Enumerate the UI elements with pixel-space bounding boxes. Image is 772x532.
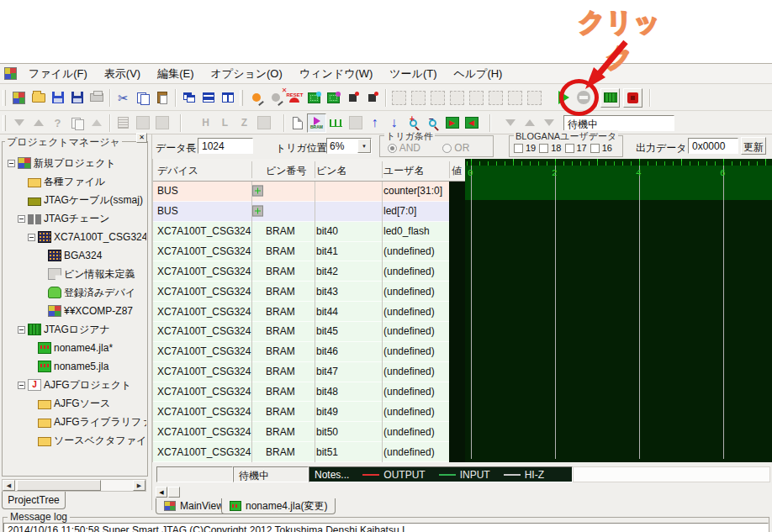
tile-vertical-button[interactable]	[218, 88, 237, 108]
save-all-button[interactable]	[67, 88, 87, 108]
cut-button[interactable]: ✂	[114, 88, 133, 108]
message-log-view[interactable]: 2014/10/16 11:50:58 Super Smart JTAG (C)…	[3, 523, 769, 532]
chip-state-button-6[interactable]	[486, 88, 505, 108]
connect-button[interactable]	[246, 88, 266, 108]
chip-state-button-2[interactable]	[409, 88, 428, 108]
menu-item[interactable]: 編集(E)	[149, 64, 202, 83]
tree-item[interactable]: 登録済みデバイ	[4, 283, 146, 302]
toolbar-status-field[interactable]: 待機中	[563, 115, 674, 131]
print-button[interactable]	[87, 88, 106, 108]
set-high-button[interactable]: H	[196, 113, 215, 133]
tree-expand-icon[interactable]	[18, 326, 25, 334]
verify-button[interactable]: ?	[48, 113, 67, 133]
tree-hscrollbar[interactable]: ◀ ▶	[2, 479, 146, 492]
tree-item[interactable]: AJFGソース	[4, 394, 146, 413]
chip-state-button-7[interactable]	[505, 88, 525, 108]
tree-item[interactable]: 新規プロジェクト	[4, 154, 146, 172]
bram-view-button[interactable]: BRAM	[307, 113, 326, 133]
user-bit-checkbox[interactable]: 19	[514, 143, 536, 153]
expand-bus-icon[interactable]	[252, 186, 263, 197]
menu-item[interactable]: ファイル(F)	[20, 64, 96, 83]
checkbox-icon[interactable]	[565, 144, 574, 153]
output-data-input[interactable]: 0x0000	[688, 138, 738, 154]
palette-button[interactable]	[9, 88, 29, 108]
scroll-right-icon[interactable]: ▶	[133, 480, 145, 491]
tree-item[interactable]: noname4.jla*	[4, 339, 146, 357]
close-panel-button[interactable]: ✕	[136, 133, 147, 143]
add-probe-button[interactable]	[343, 88, 362, 108]
update-button[interactable]: 更新	[741, 137, 766, 155]
set-hiz-button[interactable]: Z	[235, 113, 254, 133]
checkbox-icon[interactable]	[590, 144, 600, 153]
table-row[interactable]: XC7A100T_CSG324 BRAM bit40 led0_flash	[153, 222, 449, 242]
scan-chain-button[interactable]	[304, 88, 324, 108]
signal-in-button[interactable]: ▶	[442, 113, 462, 133]
pattern-button[interactable]	[326, 113, 346, 133]
chip-state-button-8[interactable]	[525, 88, 544, 108]
chip-state-button-4[interactable]	[447, 88, 467, 108]
signal-out-button[interactable]: ◀	[462, 113, 481, 133]
tree-item[interactable]: JTAGチェーン	[4, 209, 146, 228]
tree-item[interactable]: BGA324	[4, 246, 146, 265]
blank-button-2[interactable]	[254, 113, 273, 133]
table-row[interactable]: XC7A100T_CSG324 BRAM bit43 (undefined)	[153, 282, 449, 302]
data-length-input[interactable]: 1024	[198, 138, 253, 154]
add-probe-list-button[interactable]	[362, 88, 382, 108]
tree-item[interactable]: AJFGプロジェクト	[4, 376, 146, 394]
menu-item[interactable]: ツール(T)	[381, 64, 445, 83]
paste-button[interactable]	[152, 88, 172, 108]
download-button[interactable]	[9, 113, 29, 133]
table-row[interactable]: XC7A100T_CSG324 BRAM bit48 (undefined)	[153, 382, 449, 403]
tree-expand-icon[interactable]	[18, 382, 25, 389]
user-bit-checkbox[interactable]: 17	[565, 143, 587, 153]
tree-item[interactable]: JTAGロジアナ	[4, 320, 146, 339]
copy-button[interactable]	[133, 88, 152, 108]
chevron-down-icon[interactable]: ▼	[357, 139, 371, 153]
table-row[interactable]: XC7A100T_CSG324 BRAM bit42 (undefined)	[153, 261, 449, 282]
tree-item[interactable]: XC7A100T_CSG324	[4, 228, 146, 246]
alarm-button[interactable]	[87, 113, 106, 133]
tree-expand-icon[interactable]	[28, 234, 35, 241]
tree-item[interactable]: ピン情報未定義	[4, 265, 146, 283]
table-row[interactable]: XC7A100T_CSG324 BRAM bit44 (undefined)	[153, 302, 449, 322]
chip-state-button-5[interactable]	[467, 88, 486, 108]
move-up-button[interactable]: ↑	[365, 113, 384, 133]
trigger-pos-select[interactable]: 6%▼	[326, 138, 372, 154]
table-row[interactable]: BUS led[7:0]	[153, 202, 449, 222]
toolbar-grip[interactable]	[240, 90, 243, 106]
waveform-view[interactable]: 0 2 4 6	[465, 159, 772, 462]
table-row[interactable]: BUS counter[31:0]	[153, 182, 449, 202]
tab-scroll-left-icon[interactable]: ◀	[156, 487, 167, 498]
toolbar-grip[interactable]	[3, 115, 6, 131]
tab-scrollbar[interactable]: ◀	[156, 487, 180, 498]
scroll-track[interactable]	[15, 480, 133, 491]
menu-item[interactable]: 表示(V)	[96, 64, 149, 83]
menu-item[interactable]: ウィンドウ(W)	[291, 64, 381, 83]
checkbox-icon[interactable]	[539, 144, 548, 153]
set-low-button[interactable]: L	[215, 113, 235, 133]
and-radio[interactable]: AND	[388, 142, 420, 154]
blank-button-3[interactable]	[346, 113, 365, 133]
chip-state-button-3[interactable]	[428, 88, 447, 108]
tree-item[interactable]: ¥¥XCOMP-Z87	[4, 302, 146, 320]
open-button[interactable]	[29, 88, 48, 108]
duplicate-button[interactable]	[67, 113, 87, 133]
table-row[interactable]: XC7A100T_CSG324 BRAM bit49 (undefined)	[153, 402, 449, 422]
tree-expand-icon[interactable]	[8, 160, 15, 167]
user-bit-checkbox[interactable]: 18	[539, 143, 561, 153]
tree-item[interactable]: ソースベクタファイル	[4, 431, 146, 450]
table-row[interactable]: XC7A100T_CSG324 BRAM bit50 (undefined)	[153, 422, 449, 442]
user-bit-checkbox[interactable]: 16	[590, 143, 612, 153]
tree-item[interactable]: noname5.jla	[4, 357, 146, 376]
tab-scroll-right-icon[interactable]	[168, 487, 180, 498]
new-waveform-button[interactable]	[288, 113, 307, 133]
tree-item[interactable]: JTAGケーブル(ssmaj)	[4, 191, 146, 209]
expand-bus-icon[interactable]	[252, 206, 263, 217]
upload-button[interactable]	[29, 113, 48, 133]
table-row[interactable]: XC7A100T_CSG324 BRAM bit45 (undefined)	[153, 322, 449, 342]
pin-list-button[interactable]	[114, 113, 133, 133]
chip-state-button-1[interactable]	[389, 88, 409, 108]
reset-button[interactable]: RESET	[285, 88, 304, 108]
disconnect-button[interactable]	[266, 88, 285, 108]
menu-item[interactable]: ヘルプ(H)	[445, 64, 510, 83]
